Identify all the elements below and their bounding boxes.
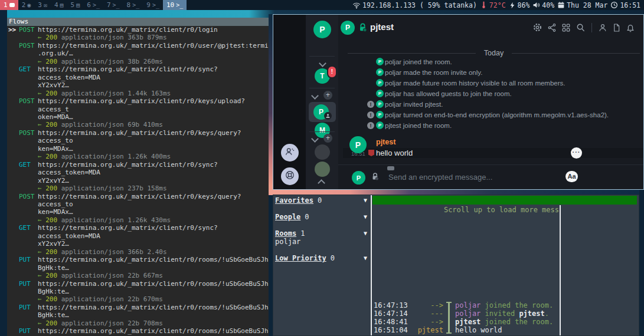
settings-icon[interactable] [532,22,542,32]
format-button[interactable]: Aa [565,171,578,182]
people-icon[interactable] [598,23,607,32]
user-avatar[interactable]: P [313,21,331,38]
selected-flow-cursor: >> [8,26,16,34]
event-avatar: P [376,90,384,97]
workspace-number: 5 [71,1,75,9]
flow-row[interactable]: PUThttps://termina.org.uk/_matrix/client… [7,327,269,336]
chat-text: poljar invited pjtest. [455,309,549,318]
workspace-button[interactable]: 6>_ [83,0,103,10]
flow-row[interactable]: GEThttps://termina.org.uk/_matrix/client… [7,224,269,256]
response-arrow-icon: ← [38,248,45,256]
flow-row[interactable]: PUThttps://termina.org.uk/_matrix/client… [7,256,269,279]
workspace-button[interactable]: 2◉ [18,0,35,10]
chevron-down-icon[interactable] [319,60,326,67]
chat-sender: pjtest [413,326,443,334]
book-icon: ▤ [60,2,64,8]
explore-button[interactable] [281,167,299,185]
status-code: 200 [45,153,57,160]
workspace-button[interactable]: 10>_ [163,0,187,10]
terminal-icon: >_ [113,2,120,8]
flow-row[interactable]: PUThttps://termina.org.uk/_matrix/client… [7,304,269,327]
workspace-button[interactable]: 8>_ [123,0,143,10]
scroll-notice: Scroll up to load more mess [374,206,559,214]
collapse-arrow-icon: ▼ [364,196,367,205]
response-meta: application/json 22b 708ms [57,319,163,327]
composer-input[interactable]: Send an encrypted message... [388,173,492,182]
flow-row[interactable]: POSThttps://termina.org.uk/_matrix/clien… [7,97,269,129]
room-section-header[interactable]: People0▼ [275,213,371,221]
flow-row[interactable]: GEThttps://termina.org.uk/_matrix/client… [7,65,269,97]
flow-row[interactable]: >>POSThttps://termina.org.uk/_matrix/cli… [7,26,269,42]
unverified-shield-icon [368,150,374,156]
chevron-right-icon[interactable] [318,179,325,187]
event-row: Ppoljar made future room history visible… [338,78,643,88]
response-meta: application/json 69b 410ms [57,121,163,129]
event-avatar: P [376,58,384,65]
response-arrow-icon: ← [38,90,45,97]
room-avatar-image[interactable] [315,162,330,177]
workspace-button[interactable]: 5▤ [67,0,84,10]
response-arrow-icon: ← [38,153,45,160]
request-url: ken=MDAx… [38,145,269,153]
flow-row[interactable]: POSThttps://termina.org.uk/_matrix/clien… [7,193,269,225]
workspace-button[interactable]: 7>_ [103,0,123,10]
room-item[interactable]: poljar [275,238,371,246]
drag-handle [387,166,394,170]
collapsed-room-list: P T ! + P M + [306,15,338,189]
section-count: 0 [318,196,322,205]
workspace-number: 10 [166,1,174,9]
flow-row[interactable]: PUThttps://termina.org.uk/_matrix/client… [7,280,269,304]
people-icon [285,146,295,159]
flow-row[interactable]: GEThttps://termina.org.uk/_matrix/client… [7,161,269,193]
response-line: ← 200 application/json 363b 879ms [38,34,269,41]
request-url: BgHk:te… [38,264,269,272]
chevron-down-icon[interactable] [311,92,319,100]
lifebuoy-icon [285,170,295,183]
response-line: ← 200 application/json 38b 260ms [38,58,269,65]
event-row: !Ppoljar invited pjtest. [338,99,643,110]
workspace-button[interactable]: 1 [0,0,18,10]
workspace-button[interactable]: 3✉ [34,0,51,10]
start-chat-button[interactable] [281,144,299,162]
section-label: Rooms [275,229,296,238]
flow-row[interactable]: POSThttps://termina.org.uk/_matrix/clien… [7,42,269,65]
share-icon[interactable] [547,23,557,32]
collapse-arrow-icon: ▼ [364,229,367,238]
room-avatar-image[interactable] [315,144,330,160]
desktop: 12◉3✉4▤5▤6>_7>_8>_9>_10>_ 192.168.1.133 … [0,0,644,336]
workspace-button[interactable]: 9>_ [143,0,163,10]
room-section-header[interactable]: Favorites0▼ [275,196,371,205]
add-room-button[interactable]: + [323,134,332,143]
http-method: GET [19,65,31,73]
spacer [275,221,371,229]
flow-row[interactable]: POSThttps://termina.org.uk/_matrix/clien… [7,129,269,161]
status-code: 200 [45,121,57,129]
sender-avatar[interactable]: P [349,136,367,153]
response-meta: application/json 22b 670ms [57,295,163,303]
message-options-button[interactable]: ··· [571,147,582,159]
add-room-button[interactable]: + [323,91,332,100]
request-url: .org.uk/… [38,50,269,57]
room-section-header[interactable]: Rooms1▼ [275,229,371,238]
search-icon[interactable] [576,22,586,32]
notifications-icon[interactable] [626,23,635,32]
message-sender: pjtest [376,138,395,146]
workspace-button[interactable]: 4▤ [51,0,67,10]
file-icon[interactable] [612,23,621,32]
chat-text: pjtest joined the room. [455,318,553,326]
apps-icon[interactable] [561,23,571,32]
event-avatar: P [376,111,384,118]
response-line: ← 200 application/json 1.26k 400ms [38,153,269,160]
request-url: https://termina.org.uk/_matrix/client/r0… [38,65,269,81]
chat-text-part: joined the room. [480,318,553,326]
wallpaper-strip [269,14,273,195]
status-code: 200 [45,248,57,256]
message-row[interactable]: 16:51 hello world ··· [343,148,643,158]
event-avatar: P [376,100,384,108]
section-count: 0 [331,254,335,262]
room-avatar[interactable]: P [341,21,355,35]
status-segment: 192.168.1.133 ( 59% tatanka) [352,1,477,9]
room-section-header[interactable]: Low Priority0▼ [275,254,371,262]
warning-icon: ! [367,122,374,129]
workspace-number: 7 [107,1,111,9]
